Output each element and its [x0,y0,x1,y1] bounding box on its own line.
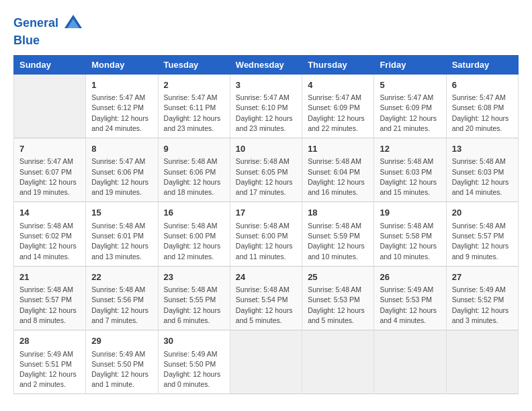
day-number: 3 [236,79,296,92]
calendar-week-1: 1Sunrise: 5:47 AM Sunset: 6:12 PM Daylig… [14,74,519,138]
day-number: 17 [236,206,296,220]
day-number: 24 [236,271,296,284]
day-number: 22 [91,271,152,284]
calendar-cell: 3Sunrise: 5:47 AM Sunset: 6:10 PM Daylig… [230,74,302,138]
day-info: Sunrise: 5:47 AM Sunset: 6:08 PM Dayligh… [452,93,513,134]
day-info: Sunrise: 5:48 AM Sunset: 6:00 PM Dayligh… [164,221,224,262]
day-number: 29 [91,334,152,348]
day-info: Sunrise: 5:48 AM Sunset: 5:54 PM Dayligh… [236,285,296,326]
calendar-cell: 20Sunrise: 5:48 AM Sunset: 5:57 PM Dayli… [446,202,518,266]
calendar-cell: 11Sunrise: 5:48 AM Sunset: 6:04 PM Dayli… [302,138,374,201]
day-info: Sunrise: 5:48 AM Sunset: 6:01 PM Dayligh… [91,221,152,262]
calendar-cell: 4Sunrise: 5:47 AM Sunset: 6:09 PM Daylig… [302,74,374,138]
day-number: 12 [380,142,440,156]
day-info: Sunrise: 5:48 AM Sunset: 6:05 PM Dayligh… [236,156,296,197]
day-header-sunday: Sunday [14,55,86,74]
calendar-cell [302,330,374,394]
calendar-cell: 30Sunrise: 5:49 AM Sunset: 5:50 PM Dayli… [158,330,230,394]
calendar-body: 1Sunrise: 5:47 AM Sunset: 6:12 PM Daylig… [14,74,519,394]
day-info: Sunrise: 5:47 AM Sunset: 6:09 PM Dayligh… [308,93,368,134]
day-number: 30 [164,334,224,348]
day-number: 18 [308,206,368,220]
day-info: Sunrise: 5:49 AM Sunset: 5:52 PM Dayligh… [452,285,513,326]
day-info: Sunrise: 5:47 AM Sunset: 6:12 PM Dayligh… [91,93,152,134]
calendar-cell: 28Sunrise: 5:49 AM Sunset: 5:51 PM Dayli… [14,330,86,394]
calendar-cell: 14Sunrise: 5:48 AM Sunset: 6:02 PM Dayli… [14,202,86,266]
day-info: Sunrise: 5:49 AM Sunset: 5:53 PM Dayligh… [380,285,440,326]
day-info: Sunrise: 5:48 AM Sunset: 6:00 PM Dayligh… [236,221,296,262]
calendar-cell [230,330,302,394]
calendar-cell: 19Sunrise: 5:48 AM Sunset: 5:58 PM Dayli… [374,202,446,266]
day-info: Sunrise: 5:47 AM Sunset: 6:10 PM Dayligh… [236,93,296,134]
calendar-cell: 5Sunrise: 5:47 AM Sunset: 6:09 PM Daylig… [374,74,446,138]
day-info: Sunrise: 5:48 AM Sunset: 5:57 PM Dayligh… [452,221,513,262]
day-number: 13 [452,142,513,156]
calendar-cell: 7Sunrise: 5:47 AM Sunset: 6:07 PM Daylig… [14,138,86,201]
calendar-cell: 21Sunrise: 5:48 AM Sunset: 5:57 PM Dayli… [14,266,86,330]
logo: General Blue [13,13,83,48]
calendar-cell: 1Sunrise: 5:47 AM Sunset: 6:12 PM Daylig… [86,74,158,138]
calendar-cell: 12Sunrise: 5:48 AM Sunset: 6:03 PM Dayli… [374,138,446,201]
day-info: Sunrise: 5:47 AM Sunset: 6:09 PM Dayligh… [380,93,440,134]
day-info: Sunrise: 5:48 AM Sunset: 5:53 PM Dayligh… [308,285,368,326]
day-number: 15 [91,206,152,220]
page-header: General Blue [13,13,519,48]
day-info: Sunrise: 5:48 AM Sunset: 6:06 PM Dayligh… [164,156,224,197]
day-number: 27 [452,271,513,284]
day-number: 9 [164,142,224,156]
day-number: 26 [380,271,440,284]
calendar-table: SundayMondayTuesdayWednesdayThursdayFrid… [13,55,519,395]
calendar-cell: 27Sunrise: 5:49 AM Sunset: 5:52 PM Dayli… [446,266,518,330]
day-header-wednesday: Wednesday [230,55,302,74]
day-info: Sunrise: 5:48 AM Sunset: 5:57 PM Dayligh… [19,285,80,326]
calendar-header-row: SundayMondayTuesdayWednesdayThursdayFrid… [14,55,519,74]
day-info: Sunrise: 5:48 AM Sunset: 5:55 PM Dayligh… [164,285,224,326]
day-info: Sunrise: 5:47 AM Sunset: 6:06 PM Dayligh… [91,156,152,197]
day-info: Sunrise: 5:48 AM Sunset: 5:56 PM Dayligh… [91,285,152,326]
calendar-cell: 17Sunrise: 5:48 AM Sunset: 6:00 PM Dayli… [230,202,302,266]
day-number: 1 [91,79,152,92]
calendar-cell: 24Sunrise: 5:48 AM Sunset: 5:54 PM Dayli… [230,266,302,330]
day-header-tuesday: Tuesday [158,55,230,74]
calendar-cell: 18Sunrise: 5:48 AM Sunset: 5:59 PM Dayli… [302,202,374,266]
calendar-cell: 9Sunrise: 5:48 AM Sunset: 6:06 PM Daylig… [158,138,230,201]
day-info: Sunrise: 5:48 AM Sunset: 6:03 PM Dayligh… [452,156,513,197]
calendar-cell [374,330,446,394]
day-info: Sunrise: 5:48 AM Sunset: 6:03 PM Dayligh… [380,156,440,197]
day-number: 16 [164,206,224,220]
day-info: Sunrise: 5:47 AM Sunset: 6:07 PM Dayligh… [19,156,80,197]
day-number: 7 [19,142,80,156]
calendar-cell: 22Sunrise: 5:48 AM Sunset: 5:56 PM Dayli… [86,266,158,330]
calendar-cell: 16Sunrise: 5:48 AM Sunset: 6:00 PM Dayli… [158,202,230,266]
day-header-monday: Monday [86,55,158,74]
day-number: 25 [308,271,368,284]
calendar-cell: 6Sunrise: 5:47 AM Sunset: 6:08 PM Daylig… [446,74,518,138]
calendar-week-3: 14Sunrise: 5:48 AM Sunset: 6:02 PM Dayli… [14,202,519,266]
day-number: 28 [19,334,80,348]
calendar-cell [446,330,518,394]
logo-subtext: Blue [13,34,83,48]
day-number: 21 [19,271,80,284]
day-number: 5 [380,79,440,92]
day-number: 2 [164,79,224,92]
calendar-cell [14,74,86,138]
calendar-cell: 13Sunrise: 5:48 AM Sunset: 6:03 PM Dayli… [446,138,518,201]
day-info: Sunrise: 5:49 AM Sunset: 5:51 PM Dayligh… [19,349,80,390]
calendar-week-2: 7Sunrise: 5:47 AM Sunset: 6:07 PM Daylig… [14,138,519,201]
day-number: 23 [164,271,224,284]
calendar-week-5: 28Sunrise: 5:49 AM Sunset: 5:51 PM Dayli… [14,330,519,394]
day-number: 10 [236,142,296,156]
day-number: 4 [308,79,368,92]
calendar-week-4: 21Sunrise: 5:48 AM Sunset: 5:57 PM Dayli… [14,266,519,330]
day-number: 6 [452,79,513,92]
calendar-cell: 15Sunrise: 5:48 AM Sunset: 6:01 PM Dayli… [86,202,158,266]
day-number: 19 [380,206,440,220]
day-info: Sunrise: 5:48 AM Sunset: 6:02 PM Dayligh… [19,221,80,262]
logo-text: General [13,13,83,34]
calendar-cell: 25Sunrise: 5:48 AM Sunset: 5:53 PM Dayli… [302,266,374,330]
day-info: Sunrise: 5:47 AM Sunset: 6:11 PM Dayligh… [164,93,224,134]
day-info: Sunrise: 5:48 AM Sunset: 6:04 PM Dayligh… [308,156,368,197]
calendar-cell: 2Sunrise: 5:47 AM Sunset: 6:11 PM Daylig… [158,74,230,138]
calendar-cell: 23Sunrise: 5:48 AM Sunset: 5:55 PM Dayli… [158,266,230,330]
calendar-cell: 26Sunrise: 5:49 AM Sunset: 5:53 PM Dayli… [374,266,446,330]
